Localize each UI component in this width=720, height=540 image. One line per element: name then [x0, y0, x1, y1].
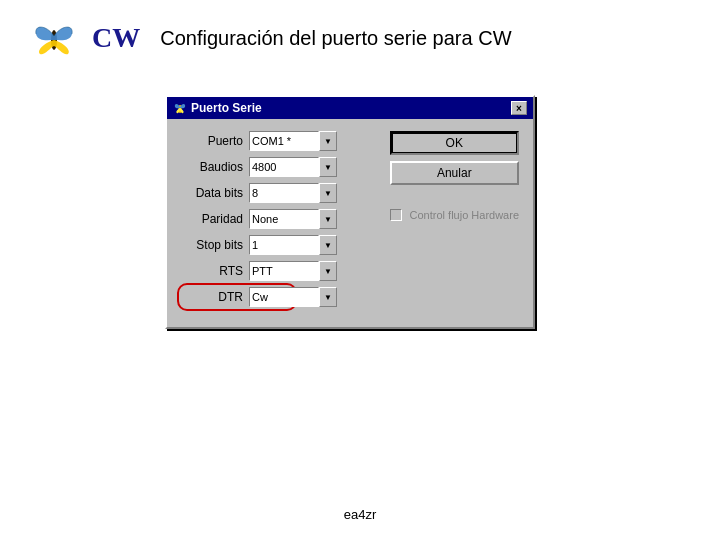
titlebar-left: Puerto Serie	[173, 101, 262, 115]
puerto-dropdown-arrow[interactable]: ▼	[319, 131, 337, 151]
form-fields: Puerto COM1 * ▼ Baudios 4800	[181, 131, 378, 313]
cw-logo-text: CW	[92, 22, 140, 54]
action-buttons: OK Anular Control flujo Hardware	[390, 131, 519, 313]
stopbits-dropdown-arrow[interactable]: ▼	[319, 235, 337, 255]
rts-row: RTS PTT ▼	[181, 261, 378, 281]
dtr-label: DTR	[181, 290, 243, 304]
footer: ea4zr	[0, 507, 720, 522]
puerto-row: Puerto COM1 * ▼	[181, 131, 378, 151]
header: CW Configuración del puerto serie para C…	[0, 0, 720, 76]
dialog-titlebar: Puerto Serie ×	[167, 97, 533, 119]
header-title: Configuración del puerto serie para CW	[160, 27, 511, 50]
puerto-serie-dialog: Puerto Serie × Puerto COM1 * ▼	[165, 95, 535, 329]
baudios-label: Baudios	[181, 160, 243, 174]
dtr-dropdown-arrow[interactable]: ▼	[319, 287, 337, 307]
paridad-dropdown-arrow[interactable]: ▼	[319, 209, 337, 229]
baudios-select[interactable]: 4800	[249, 157, 319, 177]
stopbits-select[interactable]: 1	[249, 235, 319, 255]
databits-select-wrapper: 8 ▼	[249, 183, 337, 203]
databits-dropdown-arrow[interactable]: ▼	[319, 183, 337, 203]
ok-button[interactable]: OK	[390, 131, 519, 155]
dialog-title: Puerto Serie	[191, 101, 262, 115]
titlebar-butterfly-icon	[173, 101, 187, 115]
databits-row: Data bits 8 ▼	[181, 183, 378, 203]
butterfly-icon	[30, 18, 78, 58]
hardware-flow-label: Control flujo Hardware	[410, 209, 519, 221]
stopbits-row: Stop bits 1 ▼	[181, 235, 378, 255]
dtr-row: DTR Cw ▼	[181, 287, 378, 307]
paridad-select-wrapper: None ▼	[249, 209, 337, 229]
baudios-select-wrapper: 4800 ▼	[249, 157, 337, 177]
anular-button[interactable]: Anular	[390, 161, 519, 185]
dtr-select-wrapper: Cw ▼	[249, 287, 337, 307]
databits-select[interactable]: 8	[249, 183, 319, 203]
dialog-body: Puerto COM1 * ▼ Baudios 4800	[167, 119, 533, 327]
puerto-select[interactable]: COM1 *	[249, 131, 319, 151]
paridad-label: Paridad	[181, 212, 243, 226]
close-button[interactable]: ×	[511, 101, 527, 115]
baudios-row: Baudios 4800 ▼	[181, 157, 378, 177]
puerto-select-wrapper: COM1 * ▼	[249, 131, 337, 151]
hardware-flow-checkbox[interactable]	[390, 209, 402, 221]
paridad-select[interactable]: None	[249, 209, 319, 229]
rts-label: RTS	[181, 264, 243, 278]
rts-select-wrapper: PTT ▼	[249, 261, 337, 281]
form-and-buttons: Puerto COM1 * ▼ Baudios 4800	[181, 131, 519, 313]
databits-label: Data bits	[181, 186, 243, 200]
hardware-flow-row: Control flujo Hardware	[390, 209, 519, 221]
footer-text: ea4zr	[344, 507, 377, 522]
stopbits-select-wrapper: 1 ▼	[249, 235, 337, 255]
stopbits-label: Stop bits	[181, 238, 243, 252]
baudios-dropdown-arrow[interactable]: ▼	[319, 157, 337, 177]
rts-select[interactable]: PTT	[249, 261, 319, 281]
dtr-select[interactable]: Cw	[249, 287, 319, 307]
paridad-row: Paridad None ▼	[181, 209, 378, 229]
rts-dropdown-arrow[interactable]: ▼	[319, 261, 337, 281]
puerto-label: Puerto	[181, 134, 243, 148]
